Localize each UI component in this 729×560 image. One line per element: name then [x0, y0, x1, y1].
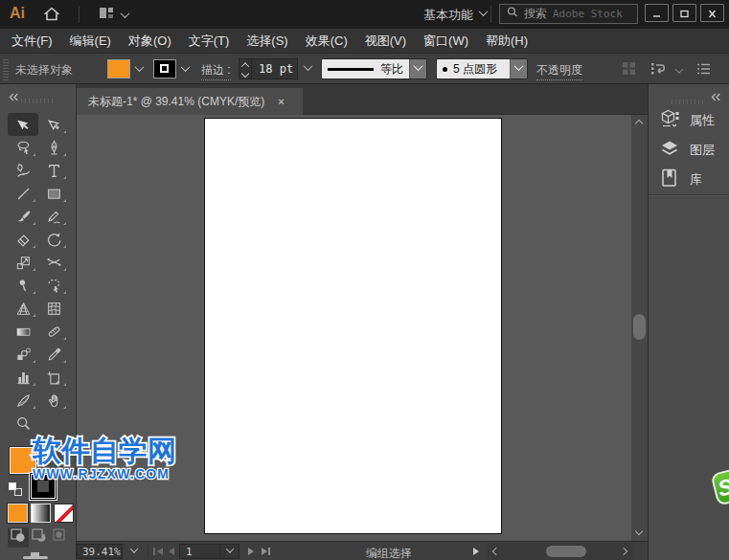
line-tool[interactable] [8, 182, 38, 205]
zoom-level-field[interactable]: 39.41% [77, 544, 123, 559]
next-page-button[interactable] [248, 548, 258, 556]
scale-tool[interactable] [8, 251, 38, 274]
stroke-chevron-icon[interactable] [181, 62, 191, 72]
horizontal-scroll-thumb[interactable] [546, 546, 586, 557]
color-button[interactable] [8, 504, 28, 523]
zoom-tool[interactable] [8, 412, 38, 435]
horizontal-scrollbar[interactable] [487, 543, 633, 560]
width-tool[interactable] [38, 251, 69, 274]
mesh-tool[interactable] [38, 297, 69, 320]
fill-color-swatch[interactable] [107, 59, 130, 78]
curvature-tool[interactable] [8, 159, 38, 182]
panel-grip[interactable] [3, 57, 9, 80]
panel-tab-libraries[interactable]: 库 [649, 165, 729, 194]
panel-tab-properties[interactable]: 属性 [649, 105, 729, 135]
panel-tab-layers[interactable]: 图层 [649, 135, 729, 165]
menu-item-5[interactable]: 选择(S) [246, 33, 287, 50]
toolbar-collapse-icon[interactable] [9, 88, 19, 105]
width-profile-dropdown[interactable]: 等比 [321, 58, 427, 79]
menu-item-3[interactable]: 对象(O) [128, 33, 171, 50]
gradient-button[interactable] [31, 504, 51, 523]
knife-tool[interactable] [8, 389, 38, 412]
fill-chevron-icon[interactable] [135, 62, 145, 72]
home-icon[interactable] [42, 6, 61, 23]
workspace-switcher-button[interactable] [99, 7, 139, 22]
vertical-scrollbar[interactable] [631, 115, 648, 541]
workspace-label[interactable]: 基本功能 [423, 7, 473, 24]
last-page-button[interactable] [262, 548, 271, 556]
menu-item-8[interactable]: 窗口(W) [423, 33, 468, 50]
flyout-corner-icon [63, 153, 66, 156]
menu-item-7[interactable]: 视图(V) [365, 33, 406, 50]
puppet-warp-tool[interactable] [8, 274, 38, 297]
draw-normal-mode[interactable] [8, 527, 29, 548]
minimize-button[interactable] [645, 4, 669, 22]
close-button[interactable] [700, 4, 724, 22]
rotate-tool[interactable] [38, 228, 69, 251]
zoom-dropdown[interactable] [123, 544, 146, 559]
scroll-up-icon[interactable] [635, 120, 643, 127]
shape-builder-tool[interactable] [38, 274, 69, 297]
toolbar-grip[interactable] [21, 99, 56, 103]
first-page-button[interactable] [153, 548, 163, 556]
stroke-color-swatch[interactable] [153, 59, 176, 78]
vertical-scroll-thumb[interactable] [633, 314, 646, 340]
hand-tool[interactable] [38, 389, 69, 412]
eyedropper-tool[interactable] [38, 343, 69, 366]
lasso-tool[interactable] [8, 136, 38, 159]
direct-selection-tool[interactable] [38, 113, 69, 136]
style-chevron[interactable] [675, 65, 683, 73]
menu-item-6[interactable]: 效果(C) [306, 33, 348, 50]
style-icon[interactable] [650, 61, 672, 80]
menu-item-9[interactable]: 帮助(H) [486, 33, 528, 50]
page-dropdown[interactable] [220, 544, 239, 559]
scroll-down-icon[interactable] [635, 527, 643, 535]
dock-collapse-icon[interactable] [711, 88, 721, 105]
default-colors-icon[interactable] [9, 482, 22, 496]
scroll-left-icon[interactable] [492, 548, 500, 555]
none-button[interactable] [54, 504, 74, 523]
document-tab[interactable]: 未标题-1* @ 39.41% (CMYK/预览) × [77, 88, 303, 115]
stroke-width-stepper[interactable] [239, 58, 252, 79]
scroll-right-icon[interactable] [620, 548, 627, 555]
brush-chevron[interactable] [510, 59, 527, 78]
page-number-field[interactable]: 1 [179, 544, 220, 559]
opacity-label[interactable]: 不透明度 [536, 62, 582, 80]
align-icon[interactable] [621, 60, 637, 80]
maximize-button[interactable] [672, 4, 696, 22]
stroke-width-field[interactable]: 18 pt [252, 58, 298, 79]
artboard[interactable] [204, 118, 502, 534]
gradient-tool[interactable] [8, 320, 38, 343]
profile-chevron[interactable] [409, 59, 426, 78]
draw-behind-mode[interactable] [29, 527, 50, 548]
menu-item-1[interactable]: 文件(F) [11, 33, 53, 50]
stroke-width-dropdown[interactable] [300, 58, 316, 79]
workspace-chevron-icon[interactable] [479, 7, 489, 16]
canvas[interactable] [77, 115, 648, 541]
pen-tool[interactable] [38, 136, 69, 159]
eraser-tool[interactable] [8, 228, 38, 251]
rectangle-tool[interactable] [38, 182, 69, 205]
paintbrush-tool[interactable] [8, 205, 38, 228]
brush-definition-dropdown[interactable]: 5 点圆形 [436, 58, 528, 79]
stroke-weight-label[interactable]: 描边 : [201, 62, 231, 80]
search-input[interactable]: 搜索 Adobe Stock [499, 4, 638, 24]
prev-page-button[interactable] [169, 548, 178, 556]
blend-tool[interactable] [8, 343, 38, 366]
screen-mode-button[interactable] [23, 552, 52, 560]
column-graph-tool[interactable] [8, 366, 38, 389]
tab-close-icon[interactable]: × [278, 96, 284, 107]
measure-tool[interactable] [38, 320, 69, 343]
perspective-grid-tool[interactable] [8, 297, 38, 320]
pencil-tool[interactable] [38, 205, 69, 228]
menu-item-2[interactable]: 编辑(E) [70, 33, 111, 50]
dock-grip[interactable] [672, 100, 706, 104]
panel-menu-icon[interactable] [695, 62, 712, 79]
fill-color-well[interactable] [10, 447, 36, 474]
artboard-tool[interactable] [38, 366, 69, 389]
stroke-color-well[interactable] [30, 473, 57, 500]
menu-item-4[interactable]: 文字(T) [189, 33, 230, 50]
type-tool[interactable] [38, 159, 69, 182]
selection-tool[interactable] [8, 113, 38, 136]
draw-inside-mode[interactable] [50, 527, 71, 548]
